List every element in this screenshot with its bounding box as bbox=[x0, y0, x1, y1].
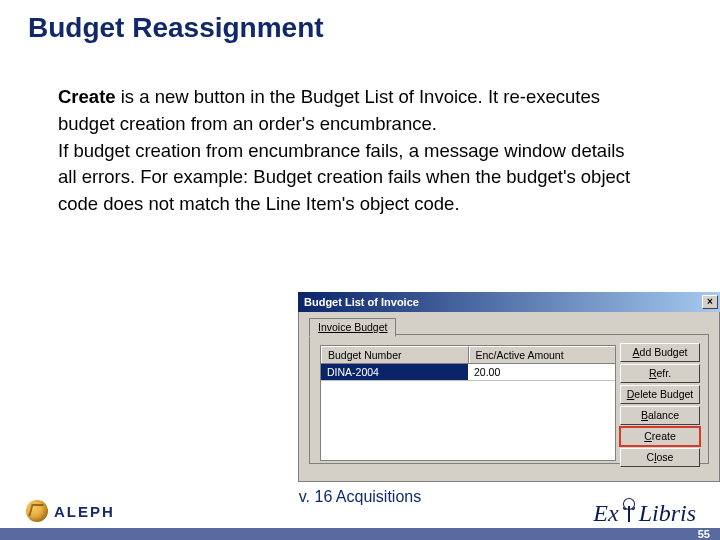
close-icon[interactable]: × bbox=[702, 295, 718, 309]
slide-number: 55 bbox=[698, 528, 710, 540]
window-client: Invoice Budget Budget Number Enc/Active … bbox=[298, 312, 720, 482]
create-button[interactable]: Create bbox=[620, 427, 700, 446]
exlibris-suffix: Libris bbox=[639, 500, 696, 526]
slide: Budget Reassignment Create is a new butt… bbox=[0, 0, 720, 540]
table-row[interactable]: DINA-2004 20.00 bbox=[321, 364, 615, 381]
cell-amount: 20.00 bbox=[468, 364, 615, 380]
tabstrip: Invoice Budget bbox=[309, 318, 396, 337]
grid-body: DINA-2004 20.00 bbox=[321, 364, 615, 460]
sentence-2: If budget creation from encumbrance fail… bbox=[58, 140, 630, 215]
close-button[interactable]: Close bbox=[620, 448, 700, 467]
sentence-1-rest: is a new button in the Budget List of In… bbox=[58, 86, 600, 134]
exlibris-x: x bbox=[608, 500, 619, 526]
page-title: Budget Reassignment bbox=[28, 12, 324, 44]
aleph-logo: ALEPH bbox=[26, 500, 115, 522]
window-titlebar: Budget List of Invoice × bbox=[298, 292, 720, 312]
budget-list-window: Budget List of Invoice × Invoice Budget … bbox=[298, 292, 720, 482]
tab-invoice-budget[interactable]: Invoice Budget bbox=[309, 318, 396, 337]
grid-header: Budget Number Enc/Active Amount bbox=[321, 346, 615, 364]
body-text: Create is a new button in the Budget Lis… bbox=[58, 84, 648, 218]
col-budget-number: Budget Number bbox=[321, 346, 469, 363]
refresh-button[interactable]: Refr. bbox=[620, 364, 700, 383]
tab-panel: Budget Number Enc/Active Amount DINA-200… bbox=[309, 334, 709, 464]
balance-button[interactable]: Balance bbox=[620, 406, 700, 425]
exlibris-logo: ExLibris bbox=[593, 498, 696, 526]
delete-budget-button[interactable]: Delete Budget bbox=[620, 385, 700, 404]
bold-create-word: Create bbox=[58, 86, 116, 107]
exlibris-prefix: E bbox=[593, 500, 608, 526]
col-enc-active-amount: Enc/Active Amount bbox=[469, 346, 616, 363]
cell-budget: DINA-2004 bbox=[321, 364, 468, 380]
aleph-icon bbox=[26, 500, 48, 522]
bottom-band bbox=[0, 528, 720, 540]
button-column: Add Budget Refr. Delete Budget Balance C… bbox=[620, 343, 700, 467]
budget-grid: Budget Number Enc/Active Amount DINA-200… bbox=[320, 345, 616, 461]
window-title: Budget List of Invoice bbox=[304, 296, 419, 308]
add-budget-button[interactable]: Add Budget bbox=[620, 343, 700, 362]
aleph-label: ALEPH bbox=[54, 503, 115, 520]
tree-icon bbox=[620, 498, 638, 524]
